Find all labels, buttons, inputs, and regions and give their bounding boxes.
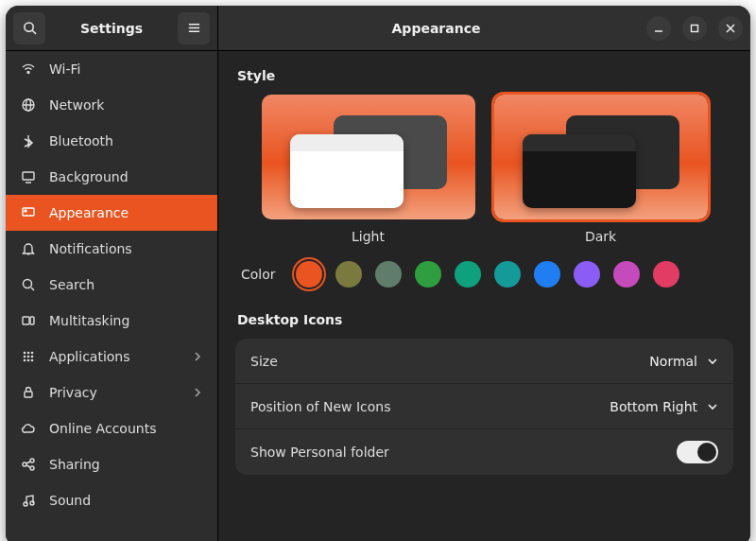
svg-line-18 (31, 288, 34, 290)
wifi-icon (21, 61, 36, 77)
svg-point-25 (27, 356, 30, 358)
close-button[interactable] (718, 16, 743, 41)
chevron-right-icon (193, 388, 202, 397)
style-option-light[interactable]: Light (262, 95, 475, 244)
size-row[interactable]: Size Normal (235, 339, 733, 384)
style-label-light: Light (352, 229, 385, 244)
sidebar-item-label: Multitasking (49, 313, 129, 328)
titlebar-left: Settings (6, 6, 218, 50)
window-controls (646, 16, 743, 41)
titlebar: Settings Appearance (6, 6, 750, 51)
color-swatch-2[interactable] (375, 261, 402, 288)
personal-folder-row: Show Personal folder (235, 429, 733, 475)
multitask-icon (21, 313, 36, 328)
svg-point-37 (30, 501, 34, 505)
sidebar-item-search[interactable]: Search (6, 267, 217, 303)
desktop-icons-heading: Desktop Icons (237, 312, 733, 327)
maximize-icon (690, 24, 699, 33)
color-swatch-8[interactable] (613, 261, 640, 288)
sidebar-item-label: Appearance (49, 205, 129, 220)
dark-preview (494, 95, 708, 219)
svg-point-16 (25, 210, 26, 212)
sidebar-item-sharing[interactable]: Sharing (6, 446, 217, 482)
grid-icon (21, 349, 36, 364)
color-swatches (296, 261, 679, 288)
sidebar-item-applications[interactable]: Applications (6, 339, 217, 375)
sidebar-item-network[interactable]: Network (6, 87, 217, 123)
svg-point-21 (24, 352, 26, 355)
sidebar-item-label: Sound (49, 493, 91, 508)
svg-point-24 (24, 356, 26, 358)
close-icon (726, 24, 735, 33)
svg-point-9 (27, 72, 29, 74)
page-title: Appearance (226, 21, 646, 36)
sidebar-item-label: Network (49, 97, 104, 113)
svg-line-35 (26, 465, 30, 467)
sidebar-item-background[interactable]: Background (6, 159, 217, 195)
appearance-icon (21, 205, 36, 220)
sidebar-item-label: Applications (49, 349, 130, 364)
position-row[interactable]: Position of New Icons Bottom Right (235, 384, 733, 429)
hamburger-menu-button[interactable] (178, 12, 210, 44)
color-swatch-5[interactable] (494, 261, 521, 288)
color-swatch-3[interactable] (415, 261, 441, 288)
sidebar-item-wi-fi[interactable]: Wi-Fi (6, 51, 217, 87)
color-swatch-9[interactable] (653, 261, 679, 288)
color-swatch-1[interactable] (335, 261, 362, 288)
sidebar-item-label: Background (49, 169, 129, 184)
minimize-button[interactable] (646, 16, 671, 41)
color-swatch-6[interactable] (534, 261, 560, 288)
settings-window: Settings Appearance Wi-FiNetworkBluetoot… (6, 6, 750, 541)
sidebar-item-label: Online Accounts (49, 421, 156, 436)
window-body: Wi-FiNetworkBluetoothBackgroundAppearanc… (6, 51, 750, 541)
display-icon (21, 169, 36, 184)
color-swatch-7[interactable] (574, 261, 600, 288)
sidebar-item-privacy[interactable]: Privacy (6, 375, 217, 410)
svg-point-31 (30, 459, 34, 462)
svg-point-36 (24, 502, 27, 506)
svg-point-0 (24, 23, 32, 31)
bell-icon (21, 241, 36, 256)
search-icon (21, 277, 36, 292)
size-value: Normal (649, 354, 697, 369)
sidebar-item-label: Search (49, 277, 94, 292)
color-swatch-4[interactable] (455, 261, 481, 288)
sidebar-item-sound[interactable]: Sound (6, 482, 217, 518)
svg-point-32 (23, 462, 26, 466)
svg-point-17 (24, 280, 32, 288)
svg-point-22 (27, 352, 30, 355)
sidebar: Wi-FiNetworkBluetoothBackgroundAppearanc… (6, 51, 218, 541)
style-options: Light Dark (239, 95, 730, 244)
style-option-dark[interactable]: Dark (494, 95, 708, 244)
globe-icon (21, 97, 36, 113)
sidebar-item-label: Bluetooth (49, 133, 113, 148)
lock-icon (21, 385, 36, 400)
desktop-icons-group: Size Normal Position of New Icons Bottom… (235, 339, 733, 475)
maximize-button[interactable] (682, 16, 707, 41)
search-button[interactable] (13, 12, 45, 44)
search-icon (23, 21, 37, 35)
music-icon (21, 493, 36, 508)
chevron-down-icon (707, 401, 718, 412)
sidebar-item-label: Sharing (49, 457, 100, 472)
personal-folder-label: Show Personal folder (250, 445, 389, 460)
cloud-icon (21, 421, 36, 436)
main-panel: Style Light Dark Color Desktop Icons Siz… (218, 51, 750, 541)
svg-point-29 (31, 359, 34, 362)
personal-folder-switch[interactable] (677, 441, 718, 463)
color-row: Color (241, 261, 728, 288)
sidebar-item-bluetooth[interactable]: Bluetooth (6, 123, 217, 159)
svg-rect-20 (30, 317, 34, 324)
position-label: Position of New Icons (250, 399, 390, 414)
sidebar-item-multitasking[interactable]: Multitasking (6, 303, 217, 339)
svg-rect-6 (692, 25, 698, 31)
color-swatch-0[interactable] (296, 261, 322, 288)
svg-point-28 (27, 359, 30, 362)
sidebar-item-online-accounts[interactable]: Online Accounts (6, 410, 217, 446)
sidebar-title: Settings (45, 21, 178, 36)
sidebar-item-notifications[interactable]: Notifications (6, 231, 217, 267)
color-label: Color (241, 267, 281, 282)
sidebar-item-label: Wi-Fi (49, 61, 80, 77)
sidebar-item-appearance[interactable]: Appearance (6, 195, 217, 231)
size-label: Size (250, 354, 278, 369)
